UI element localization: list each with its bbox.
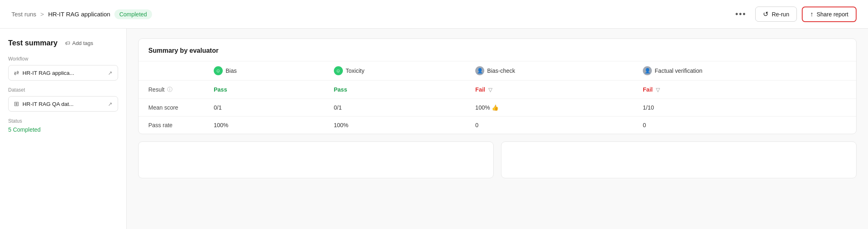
result-factual-cell: Fail ▽ [633, 81, 856, 99]
mean-score-bias-check-cell: 100% 👍 [465, 99, 633, 117]
status-badge: Completed [114, 9, 152, 19]
evaluator-table: ☺ Bias ☺ Toxicity 👤 [139, 61, 856, 134]
pass-rate-factual-cell: 0 [633, 117, 856, 134]
add-tags-button[interactable]: 🏷 Add tags [62, 38, 96, 48]
tag-icon: 🏷 [65, 40, 70, 46]
toxicity-result-badge: Pass [334, 86, 347, 93]
col-header-bias: ☺ Bias [204, 61, 324, 81]
factual-filter-icon[interactable]: ▽ [656, 87, 660, 93]
breadcrumb: Test runs > HR-IT RAG application Comple… [11, 9, 731, 19]
sidebar-title: Test summary [8, 39, 58, 47]
sidebar: Test summary 🏷 Add tags Workflow ⇄ HR-IT… [0, 29, 127, 229]
toxicity-evaluator-icon: ☺ [334, 66, 343, 75]
bias-check-result-badge: Fail [475, 86, 485, 93]
mean-score-toxicity-cell: 0/1 [324, 99, 465, 117]
dataset-item[interactable]: ⊞ HR-IT RAG QA dat... ↗ [8, 96, 118, 112]
workflow-item-label: HR-IT RAG applica... [22, 70, 105, 76]
mean-score-row-label: Mean score [139, 99, 204, 117]
header-actions: ••• ↺ Re-run ↑ Share report [731, 6, 857, 22]
bias-evaluator-icon: ☺ [214, 66, 223, 75]
sidebar-title-row: Test summary 🏷 Add tags [8, 38, 118, 48]
pass-rate-bias-check-cell: 0 [465, 117, 633, 134]
content-area: Summary by evaluator ☺ Bias [127, 29, 868, 229]
bias-check-evaluator-icon: 👤 [475, 66, 484, 75]
workflow-icon: ⇄ [14, 69, 19, 76]
col-header-toxicity: ☺ Toxicity [324, 61, 465, 81]
rerun-button[interactable]: ↺ Re-run [755, 7, 797, 22]
dataset-external-link-icon[interactable]: ↗ [108, 101, 112, 107]
mean-score-factual-cell: 1/10 [633, 99, 856, 117]
share-label: Share report [817, 11, 848, 18]
toxicity-col-label: Toxicity [346, 67, 365, 74]
factual-col-label: Factual verification [655, 67, 702, 74]
pass-rate-row-label: Pass rate [139, 117, 204, 134]
main-layout: Test summary 🏷 Add tags Workflow ⇄ HR-IT… [0, 29, 868, 229]
factual-result-badge: Fail [643, 86, 653, 93]
workflow-section-label: Workflow [8, 56, 118, 62]
result-info-icon[interactable]: ⓘ [167, 86, 172, 93]
share-icon: ↑ [810, 11, 813, 18]
bottom-card-left [138, 141, 494, 178]
rerun-label: Re-run [772, 11, 789, 18]
col-header-bias-check: 👤 Bias-check [465, 61, 633, 81]
col-header-factual: 👤 Factual verification [633, 61, 856, 81]
breadcrumb-current: HR-IT RAG application [48, 11, 110, 18]
pass-rate-bias-cell: 100% [204, 117, 324, 134]
add-tags-label: Add tags [72, 40, 93, 46]
summary-card-title: Summary by evaluator [148, 47, 219, 54]
more-button[interactable]: ••• [731, 6, 750, 22]
header: Test runs > HR-IT RAG application Comple… [0, 0, 868, 29]
table-row: Pass rate 100% 100% 0 0 [139, 117, 856, 134]
breadcrumb-separator: > [40, 11, 44, 18]
result-row-label: Result ⓘ [139, 81, 204, 99]
table-row: Result ⓘ Pass Pass Fail [139, 81, 856, 99]
bottom-cards-row [138, 141, 857, 178]
workflow-item[interactable]: ⇄ HR-IT RAG applica... ↗ [8, 65, 118, 81]
summary-card-header: Summary by evaluator [139, 39, 856, 61]
pass-rate-toxicity-cell: 100% [324, 117, 465, 134]
dataset-section-label: Dataset [8, 87, 118, 93]
bias-result-badge: Pass [214, 86, 227, 93]
table-row: Mean score 0/1 0/1 100% 👍 1/10 [139, 99, 856, 117]
result-bias-cell: Pass [204, 81, 324, 99]
workflow-external-link-icon[interactable]: ↗ [108, 70, 112, 76]
status-value: 5 Completed [8, 126, 118, 133]
bias-check-filter-icon[interactable]: ▽ [488, 87, 492, 93]
bottom-card-right [501, 141, 857, 178]
dataset-item-label: HR-IT RAG QA dat... [22, 101, 105, 107]
col-header-empty [139, 61, 204, 81]
result-toxicity-cell: Pass [324, 81, 465, 99]
share-report-button[interactable]: ↑ Share report [802, 7, 857, 22]
dataset-icon: ⊞ [14, 100, 19, 108]
mean-score-bias-cell: 0/1 [204, 99, 324, 117]
factual-evaluator-icon: 👤 [643, 66, 652, 75]
bias-col-label: Bias [226, 67, 237, 74]
rerun-icon: ↺ [763, 10, 768, 18]
bias-check-col-label: Bias-check [487, 67, 515, 74]
summary-by-evaluator-card: Summary by evaluator ☺ Bias [138, 38, 857, 134]
result-bias-check-cell: Fail ▽ [465, 81, 633, 99]
breadcrumb-parent[interactable]: Test runs [11, 11, 36, 18]
status-section-label: Status [8, 118, 118, 124]
